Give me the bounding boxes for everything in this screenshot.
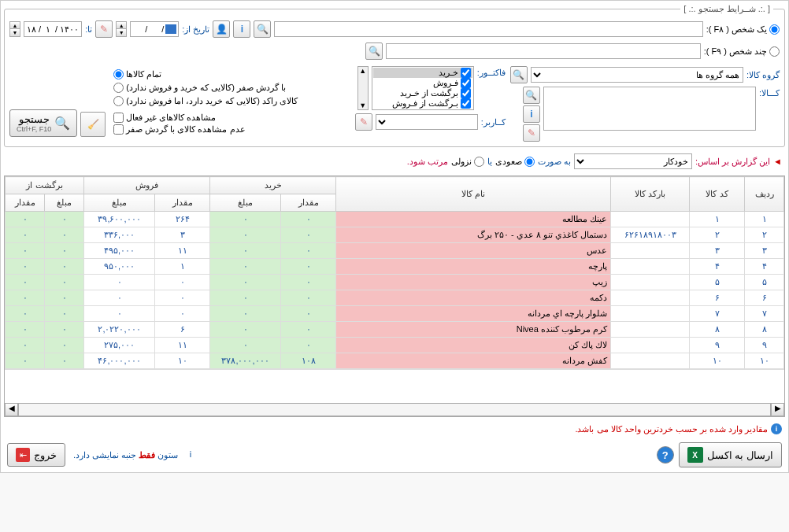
table-row[interactable]: ۸۸كرم مرطوب كننده Nivea۰۰۶۲,۰۲۲۰,۰۰۰۰۰ xyxy=(6,322,784,338)
exit-button[interactable]: خروج ⇤ xyxy=(7,443,65,467)
factor-scroll[interactable]: ▲▼ xyxy=(357,66,369,110)
factor-list[interactable]: خـريد فـروش برگشت از خـريد بـرگشت از فـر… xyxy=(372,66,474,110)
table-row[interactable]: ۹۹لاك پاك كن۰۰۱۱۲۷۵,۰۰۰۰۰ xyxy=(6,338,784,353)
data-grid: ردیف کد کالا بارکد کالا نام کالا خرید فر… xyxy=(4,175,785,417)
multi-person-input[interactable] xyxy=(386,43,701,59)
search-button[interactable]: 🔍 جستجوCtrl+F, F10 xyxy=(9,109,77,137)
eraser-icon[interactable]: ✎ xyxy=(523,124,540,142)
goods-group-select[interactable]: همه گروه ها xyxy=(531,67,743,83)
one-person-input[interactable] xyxy=(274,21,702,37)
search-icon[interactable]: 🔍 xyxy=(510,66,528,83)
info-icon: i xyxy=(771,423,782,434)
one-person-radio[interactable]: یک شخص ( F۸ ): xyxy=(706,24,780,35)
table-row[interactable]: ۴۴پارچه۰۰۱۹۵۰,۰۰۰۰۰ xyxy=(6,259,784,275)
magnifier-icon: 🔍 xyxy=(54,116,70,131)
broom-icon[interactable]: 🧹 xyxy=(80,112,106,137)
kala-box[interactable] xyxy=(543,87,756,131)
user-select[interactable] xyxy=(376,114,478,130)
help-icon[interactable]: ? xyxy=(657,446,674,464)
export-excel-button[interactable]: ارسال به اکسل X xyxy=(679,442,782,467)
date-to-spin[interactable]: ▲▼ xyxy=(9,21,20,37)
search-icon[interactable]: 🔍 xyxy=(254,20,271,38)
eraser-icon[interactable]: ✎ xyxy=(355,113,372,131)
note-text: i مقادیر وارد شده بر حسب خردترین واحد کا… xyxy=(1,420,788,438)
multi-person-radio[interactable]: چند شخص ( F۹ ): xyxy=(704,46,780,57)
date-to-input[interactable]: ۱۴۰۰/۱/۱۸ xyxy=(24,21,82,37)
search-legend: [ .:. شــرایط جستجو .:. ] xyxy=(680,4,773,14)
search-conditions-fieldset: [ .:. شــرایط جستجو .:. ] یک شخص ( F۸ ):… xyxy=(4,4,785,147)
table-row[interactable]: ۳۳عدس۰۰۱۱۴۹۵,۰۰۰۰۰ xyxy=(6,243,784,259)
info-icon[interactable]: i xyxy=(233,20,250,38)
table-row[interactable]: ۱۰۱۰كفش مردانه۱۰۸۳۷۸,۰۰۰,۰۰۰۱۰۴۶,۰۰۰,۰۰۰… xyxy=(6,353,784,369)
table-row[interactable]: ۲۲۶۲۶۱۸۹۱۸۰۰۳دستمال كاغذي تنو ۸ عدي - ۲۵… xyxy=(6,227,784,243)
exit-icon: ⇤ xyxy=(16,448,30,462)
date-from-input[interactable]: / / xyxy=(130,21,179,37)
column-hint: i ستون فقط جنبه نمایشی دارد. xyxy=(73,449,191,460)
sort-bar: ◄ این گزارش بر اساس: خودکار به صورت صعود… xyxy=(1,150,788,172)
date-from-spin[interactable]: ▲▼ xyxy=(116,21,127,37)
table-row[interactable]: ۶۶دكمه۰۰۰۰۰۰ xyxy=(6,290,784,306)
info-icon: i xyxy=(180,449,191,460)
eraser-icon[interactable]: ✎ xyxy=(95,20,113,38)
search-icon[interactable]: 🔍 xyxy=(365,42,383,60)
table-row[interactable]: ۷۷شلوار پارچه اي مردانه۰۰۰۰۰۰ xyxy=(6,306,784,322)
table-row[interactable]: ۱۱عينك مطالعه۰۰۲۶۴۳۹,۶۰۰,۰۰۰۰۰ xyxy=(6,212,784,227)
excel-icon: X xyxy=(687,447,703,463)
horizontal-scrollbar[interactable]: ▶◀ xyxy=(5,403,784,416)
goods-filter-radios: تمام کالاها با گردش صفر (کالایی که خرید … xyxy=(113,66,350,142)
info-icon[interactable]: i xyxy=(523,105,540,123)
search-icon[interactable]: 🔍 xyxy=(523,87,540,104)
person-extra-icon[interactable]: 👤 xyxy=(213,20,230,38)
table-row[interactable]: ۵۵زيپ۰۰۰۰۰۰ xyxy=(6,275,784,290)
arrow-icon: ◄ xyxy=(773,157,782,166)
sort-field-select[interactable]: خودکار xyxy=(574,153,692,169)
